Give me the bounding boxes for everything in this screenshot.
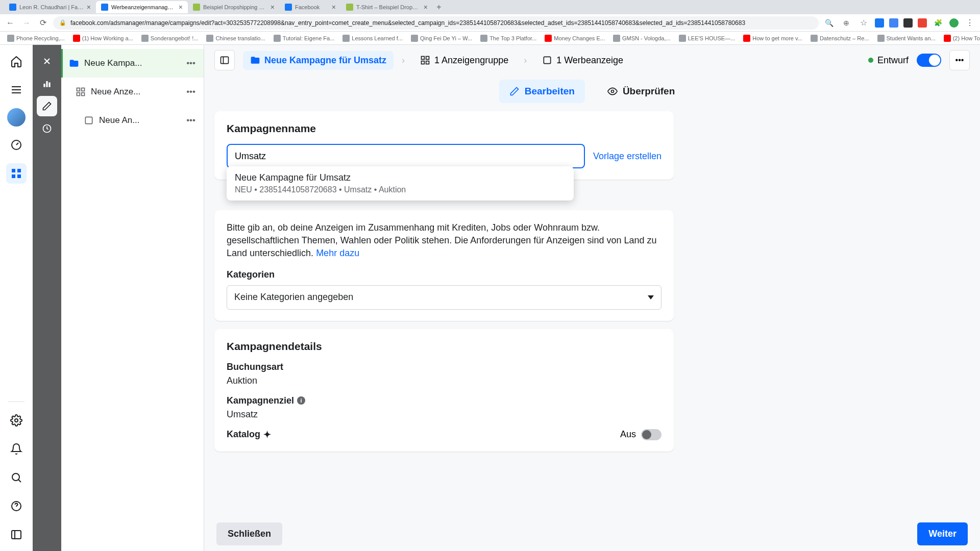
tree-adset-label: Neue Anze...	[91, 87, 184, 97]
bell-icon[interactable]	[6, 439, 27, 459]
more-icon[interactable]: •••	[184, 85, 198, 99]
bookmark-item[interactable]: (2) How To Add A...	[941, 34, 980, 43]
bookmark-label: How to get more v...	[752, 35, 802, 41]
breadcrumb-adset[interactable]: 1 Anzeigengruppe	[413, 51, 516, 70]
bookmark-item[interactable]: LEE'S HOUSE—...	[676, 34, 739, 43]
browser-tab[interactable]: Facebook×	[280, 1, 341, 13]
translate-icon[interactable]: ⊕	[840, 17, 852, 29]
profile-avatar[interactable]	[949, 18, 959, 28]
account-avatar[interactable]	[7, 108, 26, 127]
create-template-link[interactable]: Vorlage erstellen	[593, 151, 662, 162]
extensions-icon[interactable]: 🧩	[932, 17, 944, 29]
bookmark-item[interactable]: Tutorial: Eigene Fa...	[271, 34, 338, 43]
gauge-icon[interactable]	[6, 135, 27, 155]
menu-icon[interactable]: ⋮	[964, 17, 976, 29]
bookmark-item[interactable]: Phone Recycling,...	[4, 34, 68, 43]
url-field[interactable]: 🔒 facebook.com/adsmanager/manage/campaig…	[53, 16, 819, 30]
more-link[interactable]: Mehr dazu	[316, 248, 359, 258]
bookmark-label: Sonderangebot! !...	[151, 35, 199, 41]
history-tool-icon[interactable]	[37, 118, 57, 139]
close-tab-icon[interactable]: ×	[329, 3, 336, 11]
bookmark-item[interactable]: Datenschutz – Re...	[807, 34, 872, 43]
edit-tool-icon[interactable]	[37, 96, 57, 116]
content-scroll[interactable]: Kampagnenname Vorlage erstellen Neue Kam…	[204, 111, 980, 551]
settings-icon[interactable]	[6, 410, 27, 431]
bookmark-item[interactable]: Student Wants an...	[874, 34, 939, 43]
bookmark-label: (1) How Working a...	[82, 35, 133, 41]
more-icon[interactable]: •••	[184, 113, 198, 128]
more-icon[interactable]: •••	[184, 56, 198, 70]
bookmark-favicon	[545, 35, 552, 42]
bookmark-item[interactable]: Chinese translatio...	[203, 34, 268, 43]
booking-type-label: Buchungsart	[227, 362, 662, 372]
collapse-icon[interactable]	[6, 524, 27, 545]
grid-icon[interactable]	[6, 163, 27, 184]
close-button[interactable]: Schließen	[216, 522, 282, 545]
breadcrumb-ad[interactable]: 1 Werbeanzeige	[535, 51, 630, 70]
categories-select[interactable]: Keine Kategorien angegeben	[227, 285, 662, 310]
bookmark-item[interactable]: Money Changes E...	[542, 34, 608, 43]
svg-rect-16	[82, 93, 85, 96]
ext-icon-2[interactable]	[889, 18, 898, 28]
back-button[interactable]: ←	[4, 17, 16, 29]
bookmark-item[interactable]: How to get more v...	[740, 34, 805, 43]
categories-label: Kategorien	[227, 269, 662, 280]
tree-adset[interactable]: Neue Anze... •••	[61, 78, 204, 106]
close-editor-button[interactable]	[37, 51, 57, 71]
close-tab-icon[interactable]: ×	[421, 3, 428, 11]
tab-edit[interactable]: Bearbeiten	[499, 80, 585, 103]
ext-icon-1[interactable]	[875, 18, 884, 28]
campaign-toggle[interactable]	[917, 54, 941, 67]
chart-tool-icon[interactable]	[37, 73, 57, 94]
special-categories-desc: Bitte gib an, ob deine Anzeigen im Zusam…	[227, 221, 662, 260]
close-tab-icon[interactable]: ×	[267, 3, 275, 11]
bookmark-item[interactable]: The Top 3 Platfor...	[477, 34, 540, 43]
panel-toggle-button[interactable]	[214, 50, 235, 70]
reload-button[interactable]: ⟳	[37, 17, 49, 29]
catalog-toggle[interactable]	[641, 429, 662, 440]
menu-rail-icon[interactable]	[6, 80, 27, 100]
browser-tab[interactable]: Werbeanzeigenmanager - We×	[96, 1, 188, 13]
folder-icon	[69, 58, 79, 68]
zoom-icon[interactable]: 🔍	[823, 17, 835, 29]
bookmark-item[interactable]: Lessons Learned f...	[339, 34, 406, 43]
autocomplete-dropdown[interactable]: Neue Kampagne für Umsatz NEU • 238514410…	[227, 166, 574, 201]
left-rail	[0, 45, 33, 551]
favicon	[101, 4, 108, 11]
next-button[interactable]: Weiter	[917, 522, 968, 545]
search-rail-icon[interactable]	[6, 467, 27, 488]
status-dot-icon	[868, 58, 873, 63]
new-tab-button[interactable]: +	[433, 1, 445, 13]
bookmark-label: LEE'S HOUSE—...	[688, 35, 736, 41]
browser-tab[interactable]: Leon R. Chaudhari | Facebook×	[4, 1, 96, 13]
more-button[interactable]: •••	[949, 50, 970, 70]
close-tab-icon[interactable]: ×	[84, 3, 91, 11]
close-tab-icon[interactable]: ×	[176, 3, 183, 11]
bookmark-item[interactable]: Qing Fei De Yi – W...	[408, 34, 475, 43]
tab-title: Werbeanzeigenmanager - We	[111, 4, 176, 10]
favicon	[9, 4, 16, 11]
star-icon[interactable]: ☆	[857, 17, 870, 29]
info-icon[interactable]: i	[297, 396, 305, 405]
forward-button[interactable]: →	[20, 17, 33, 29]
bookmark-item[interactable]: (1) How Working a...	[70, 34, 136, 43]
svg-rect-14	[82, 88, 85, 91]
breadcrumb-campaign[interactable]: Neue Kampagne für Umsatz	[243, 51, 394, 70]
bookmark-label: Student Wants an...	[887, 35, 936, 41]
bookmark-label: Tutorial: Eigene Fa...	[283, 35, 335, 41]
tree-ad[interactable]: Neue An... •••	[61, 106, 204, 135]
campaign-name-input[interactable]	[227, 144, 585, 168]
tab-review[interactable]: Überprüfen	[597, 80, 685, 103]
ext-icon-3[interactable]	[903, 18, 913, 28]
browser-tab[interactable]: T-Shirt – Beispiel Dropshippin×	[341, 1, 433, 13]
details-title: Kampagnendetails	[227, 340, 662, 353]
tree-panel: Neue Kampa... ••• Neue Anze... ••• Neue …	[61, 45, 204, 551]
bookmark-label: (2) How To Add A...	[953, 35, 980, 41]
bookmark-item[interactable]: Sonderangebot! !...	[138, 34, 202, 43]
tree-campaign[interactable]: Neue Kampa... •••	[61, 49, 204, 78]
home-icon[interactable]	[6, 51, 27, 71]
bookmark-item[interactable]: GMSN - Vologda,...	[610, 34, 674, 43]
ext-icon-4[interactable]	[918, 18, 927, 28]
help-icon[interactable]	[6, 496, 27, 516]
browser-tab[interactable]: Beispiel Dropshipping Store -×	[188, 1, 280, 13]
